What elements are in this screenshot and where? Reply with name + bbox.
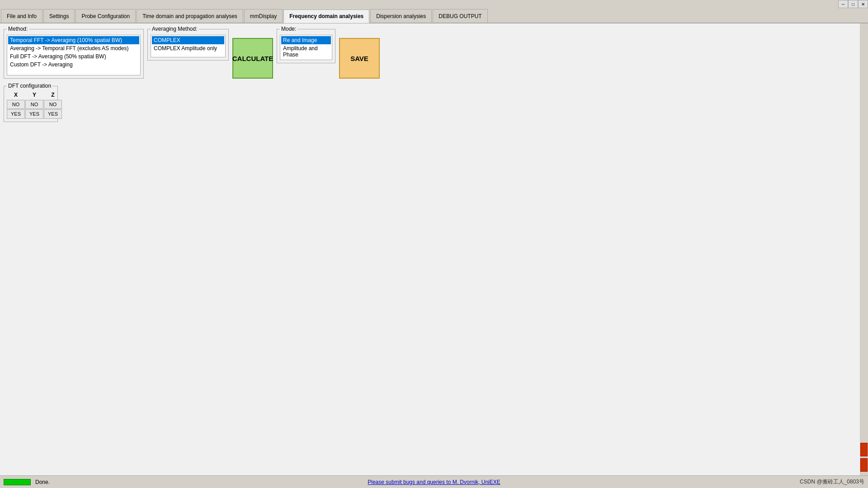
tab-dispersion[interactable]: Dispersion analysies: [370, 9, 432, 23]
method-item-temporal-fft[interactable]: Temporal FFT -> Averaging (100% spatial …: [8, 36, 139, 44]
main-content: Method: Temporal FFT -> Averaging (100% …: [0, 23, 868, 475]
dft-section: DFT configuration X Y Z NO NO NO YES YES…: [4, 86, 864, 122]
status-bar: Done. Please submit bugs and queries to …: [0, 475, 868, 488]
dft-cell-x-no[interactable]: NO: [7, 100, 25, 109]
mode-item-re-image[interactable]: Re and Image: [281, 36, 331, 44]
dft-cell-z-no[interactable]: NO: [44, 100, 62, 109]
tab-time-domain[interactable]: Time domain and propagation analyses: [137, 9, 243, 23]
tab-mm-display[interactable]: mmDisplay: [244, 9, 283, 23]
calculate-button[interactable]: CALCULATE: [232, 38, 273, 79]
averaging-list: COMPLEX COMPLEX Amplitude only: [151, 35, 226, 57]
dft-col-z: Z: [44, 92, 62, 98]
mode-label: Mode:: [280, 26, 297, 32]
mode-panel: Mode: Re and Image Amplitude and Phase: [277, 29, 335, 63]
dft-panel: DFT configuration X Y Z NO NO NO YES YES…: [4, 86, 58, 122]
save-button[interactable]: SAVE: [339, 38, 380, 79]
maximize-button[interactable]: □: [848, 0, 858, 8]
sidebar-button-1[interactable]: [860, 443, 868, 456]
progress-bar: [4, 479, 31, 485]
averaging-panel: Averaging Method: COMPLEX COMPLEX Amplit…: [147, 29, 229, 61]
avg-item-complex[interactable]: COMPLEX: [152, 36, 224, 44]
panels-row: Method: Temporal FFT -> Averaging (100% …: [4, 29, 864, 79]
method-panel: Method: Temporal FFT -> Averaging (100% …: [4, 29, 144, 79]
averaging-label: Averaging Method:: [151, 26, 199, 32]
dft-label: DFT configuration: [7, 83, 52, 89]
csdn-label: CSDN @搬砖工人_0803号: [800, 478, 864, 486]
minimize-button[interactable]: ─: [838, 0, 848, 8]
tab-debug-output[interactable]: DEBUG OUTPUT: [433, 9, 487, 23]
dft-grid: NO NO NO YES YES YES: [7, 100, 55, 119]
dft-cell-y-no[interactable]: NO: [25, 100, 43, 109]
tab-bar: File and Info Settings Probe Configurati…: [0, 0, 868, 23]
dft-cell-z-yes[interactable]: YES: [44, 109, 62, 118]
status-text: Done.: [35, 479, 50, 485]
dft-column-headers: X Y Z: [7, 92, 55, 98]
method-item-custom-dft[interactable]: Custom DFT -> Averaging: [8, 61, 139, 69]
right-sidebar: [860, 23, 868, 475]
tab-settings[interactable]: Settings: [43, 9, 75, 23]
sidebar-button-2[interactable]: [860, 458, 868, 472]
dft-col-x: X: [7, 92, 25, 98]
mode-item-amplitude-phase[interactable]: Amplitude and Phase: [281, 44, 331, 59]
dft-cell-y-yes[interactable]: YES: [25, 109, 43, 118]
title-bar: ─ □ ✕: [838, 0, 868, 8]
method-item-averaging-temporal[interactable]: Averaging -> Temporal FFT (excludes AS m…: [8, 44, 139, 52]
close-button[interactable]: ✕: [858, 0, 868, 8]
tab-frequency-domain[interactable]: Frequency domain analysies: [283, 9, 369, 23]
avg-item-complex-amplitude[interactable]: COMPLEX Amplitude only: [152, 44, 224, 52]
tab-probe-config[interactable]: Probe Configuration: [75, 9, 136, 23]
status-link[interactable]: Please submit bugs and queries to M. Dvo…: [368, 479, 500, 485]
tab-file-info[interactable]: File and Info: [1, 9, 42, 23]
dft-col-y: Y: [25, 92, 43, 98]
dft-cell-x-yes[interactable]: YES: [7, 109, 25, 118]
method-list: Temporal FFT -> Averaging (100% spatial …: [7, 35, 141, 75]
method-item-full-dft[interactable]: Full DFT -> Averaging (50% spatial BW): [8, 52, 139, 61]
method-label: Method:: [7, 26, 29, 32]
mode-list: Re and Image Amplitude and Phase: [280, 35, 332, 60]
